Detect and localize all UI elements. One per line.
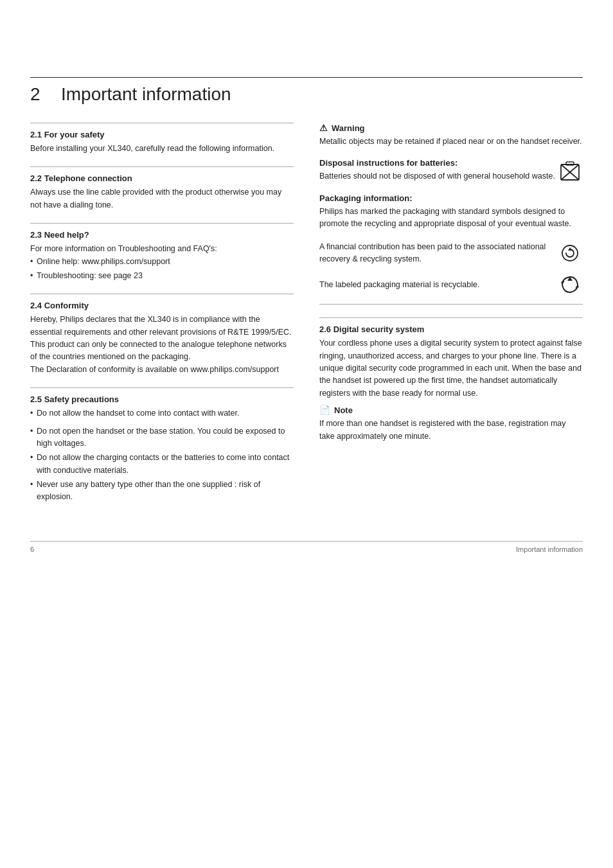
recycling-circle-icon	[561, 244, 579, 262]
section-2-2-title: 2.2 Telephone connection	[30, 173, 294, 183]
section-2-1-title: 2.1 For your safety	[30, 130, 294, 139]
note-heading: 📄 Note	[319, 405, 583, 415]
chapter-heading: 2 Important information	[30, 77, 583, 105]
list-item: Do not allow the charging contacts or th…	[30, 452, 294, 477]
section-2-5-list: Do not allow the handset to come into co…	[30, 407, 294, 504]
warning-heading: ⚠ Warning	[319, 123, 583, 133]
warning-label: Warning	[332, 123, 365, 133]
disposal-title: Disposal instructions for batteries:	[319, 158, 557, 168]
list-item: Do not allow the handset to come into co…	[30, 407, 294, 420]
financial-text: A financial contribution has been paid t…	[319, 241, 557, 266]
footer-page-number: 6	[30, 545, 34, 553]
financial-row: A financial contribution has been paid t…	[319, 241, 583, 266]
warning-body: Metallic objects may be retained if plac…	[319, 136, 583, 148]
packaging-body: Philips has marked the packaging with st…	[319, 206, 583, 231]
section-2-6-title: 2.6 Digital security system	[319, 324, 583, 334]
footer-page-label: Important information	[516, 545, 583, 553]
section-2-6-body: Your cordless phone uses a digital secur…	[319, 337, 583, 400]
section-2-3-intro: For more information on Troubleshooting …	[30, 243, 294, 255]
section-2-3-title: 2.3 Need help?	[30, 230, 294, 240]
content-columns: 2.1 For your safety Before installing yo…	[30, 123, 583, 515]
section-2-4: 2.4 Conformity Hereby, Philips declares …	[30, 294, 294, 376]
list-item: Do not open the handset or the base stat…	[30, 425, 294, 450]
section-warning: ⚠ Warning Metallic objects may be retain…	[319, 123, 583, 148]
chapter-number: 2	[30, 84, 49, 105]
disposal-content: Disposal instructions for batteries: Bat…	[319, 158, 557, 182]
packaging-title: Packaging information:	[319, 193, 583, 203]
section-2-5-title: 2.5 Safety precautions	[30, 394, 294, 404]
section-2-4-title: 2.4 Conformity	[30, 301, 294, 310]
recyclable-row: The labeled packaging material is recycl…	[319, 274, 583, 305]
section-2-1-body: Before installing your XL340, carefully …	[30, 143, 294, 155]
disposal-body: Batteries should not be disposed of with…	[319, 170, 557, 182]
section-2-1: 2.1 For your safety Before installing yo…	[30, 123, 294, 155]
section-2-2-body: Always use the line cable provided with …	[30, 186, 294, 211]
section-2-3-list: Online help: www.philips.com/support Tro…	[30, 256, 294, 283]
page-footer: 6 Important information	[30, 541, 583, 553]
list-item: Troubleshooting: see page 23	[30, 270, 294, 282]
note-icon: 📄	[319, 405, 330, 415]
section-packaging: Packaging information: Philips has marke…	[319, 193, 583, 231]
section-2-2: 2.2 Telephone connection Always use the …	[30, 166, 294, 211]
section-disposal: Disposal instructions for batteries: Bat…	[319, 158, 583, 182]
financial-icon	[557, 244, 583, 262]
note-label: Note	[334, 405, 353, 415]
left-column: 2.1 For your safety Before installing yo…	[30, 123, 294, 515]
note-body: If more than one handset is registered w…	[319, 418, 583, 443]
recyclable-text: The labeled packaging material is recycl…	[319, 279, 557, 291]
list-item: Never use any battery type other than th…	[30, 479, 294, 504]
battery-crossed-icon	[559, 159, 581, 183]
section-2-5: 2.5 Safety precautions Do not allow the …	[30, 387, 294, 504]
section-2-3: 2.3 Need help? For more information on T…	[30, 223, 294, 282]
recyclable-icon	[557, 274, 583, 295]
battery-disposal-icon	[557, 159, 583, 183]
page: 2 Important information 2.1 For your saf…	[30, 0, 583, 868]
list-item: Online help: www.philips.com/support	[30, 256, 294, 268]
section-2-6: 2.6 Digital security system Your cordles…	[319, 317, 583, 443]
section-2-4-body: Hereby, Philips declares that the XL340 …	[30, 314, 294, 376]
chapter-title: Important information	[61, 84, 231, 105]
disposal-row: Disposal instructions for batteries: Bat…	[319, 158, 583, 182]
recycle-arrows-icon	[560, 274, 580, 295]
right-column: ⚠ Warning Metallic objects may be retain…	[319, 123, 583, 515]
warning-icon: ⚠	[319, 123, 328, 133]
svg-rect-1	[566, 162, 574, 165]
